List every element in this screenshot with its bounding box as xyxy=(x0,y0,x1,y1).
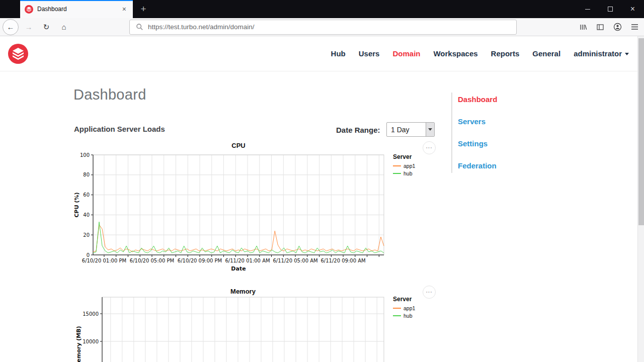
cpu-chart: 0204060801006/10/20 01:00 PM6/10/20 05:0… xyxy=(70,151,443,277)
back-button[interactable]: ← xyxy=(3,19,19,35)
date-range-value: 1 Day xyxy=(387,126,426,134)
maximize-icon xyxy=(608,7,613,12)
nav-item-general[interactable]: General xyxy=(532,49,560,58)
nav-item-workspaces[interactable]: Workspaces xyxy=(433,49,477,58)
search-icon xyxy=(135,23,144,32)
date-range-select[interactable]: 1 Day xyxy=(386,122,435,137)
svg-text:Date: Date xyxy=(231,265,246,272)
legend-title: Server xyxy=(393,153,415,160)
sidebar-item-settings[interactable]: Settings xyxy=(458,139,497,149)
library-icon[interactable] xyxy=(579,23,588,32)
browser-toolbar: ← → ↻ ⌂ xyxy=(0,18,644,36)
sidebar-item-dashboard[interactable]: Dashboard xyxy=(458,95,497,105)
nav-item-hub[interactable]: Hub xyxy=(331,49,346,58)
svg-text:6/11/20 09:00 AM: 6/11/20 09:00 AM xyxy=(320,258,365,263)
memory-chart-legend: Server app1 hub xyxy=(393,296,415,320)
svg-text:6/11/20 01:00 AM: 6/11/20 01:00 AM xyxy=(225,258,270,263)
app1-swatch xyxy=(393,165,401,166)
page-title: Dashboard xyxy=(73,86,146,103)
legend-label: app1 xyxy=(404,305,415,311)
scrollbar-thumb[interactable] xyxy=(638,38,644,225)
svg-text:6/11/20 05:00 AM: 6/11/20 05:00 AM xyxy=(273,258,317,263)
site-favicon-icon xyxy=(25,5,33,14)
legend-label: hub xyxy=(404,170,413,176)
svg-text:15000: 15000 xyxy=(83,311,99,317)
select-arrow-icon xyxy=(426,123,434,136)
legend-item-hub: hub xyxy=(393,170,415,176)
chevron-down-icon xyxy=(625,53,629,55)
sidebar-item-federation[interactable]: Federation xyxy=(458,161,497,171)
svg-text:100: 100 xyxy=(80,152,90,158)
svg-text:10000: 10000 xyxy=(83,339,99,344)
tab-close-icon[interactable]: × xyxy=(120,4,128,14)
hub-swatch xyxy=(393,173,401,174)
main-nav: Hub Users Domain Workspaces Reports Gene… xyxy=(331,49,629,58)
legend-label: hub xyxy=(404,313,413,319)
svg-text:6/10/20 05:00 PM: 6/10/20 05:00 PM xyxy=(130,258,174,263)
cpu-chart-menu-button[interactable]: ... xyxy=(423,141,436,154)
svg-text:CPU (%): CPU (%) xyxy=(73,193,80,218)
legend-title: Server xyxy=(393,296,415,303)
window-controls: × xyxy=(576,0,644,18)
window-close-button[interactable]: × xyxy=(621,0,644,18)
url-input[interactable] xyxy=(148,23,511,31)
memory-chart: 1000015000Memory (MB) xyxy=(70,294,443,362)
user-menu[interactable]: administrator xyxy=(574,49,629,58)
minimize-icon xyxy=(585,9,590,10)
account-icon[interactable] xyxy=(613,23,622,32)
side-nav: Dashboard Servers Settings Federation xyxy=(451,93,497,173)
nav-item-reports[interactable]: Reports xyxy=(491,49,520,58)
cpu-chart-title: CPU xyxy=(70,142,407,149)
svg-text:Memory (MB): Memory (MB) xyxy=(75,326,82,362)
legend-item-hub: hub xyxy=(393,313,415,319)
minimize-button[interactable] xyxy=(576,0,599,18)
reload-button[interactable]: ↻ xyxy=(39,20,54,35)
url-bar[interactable] xyxy=(129,20,517,35)
forward-button[interactable]: → xyxy=(21,20,36,35)
user-menu-label: administrator xyxy=(574,49,622,58)
home-button[interactable]: ⌂ xyxy=(56,20,71,35)
new-tab-button[interactable]: + xyxy=(136,2,150,16)
nav-item-users[interactable]: Users xyxy=(359,49,380,58)
date-range-label: Date Range: xyxy=(336,126,380,134)
turbo-logo-icon[interactable] xyxy=(8,44,28,64)
legend-item-app1: app1 xyxy=(393,305,415,311)
svg-text:6/10/20 01:00 PM: 6/10/20 01:00 PM xyxy=(82,258,126,263)
svg-text:0: 0 xyxy=(87,252,90,258)
svg-text:6/10/20 09:00 PM: 6/10/20 09:00 PM xyxy=(178,258,222,263)
nav-item-domain[interactable]: Domain xyxy=(392,49,420,58)
page-content: Hub Users Domain Workspaces Reports Gene… xyxy=(0,36,644,362)
cpu-chart-legend: Server app1 hub xyxy=(393,153,415,178)
legend-label: app1 xyxy=(404,163,415,169)
svg-text:40: 40 xyxy=(83,212,90,218)
memory-chart-menu-button[interactable]: ... xyxy=(423,286,436,299)
app1-swatch xyxy=(393,308,401,309)
svg-text:20: 20 xyxy=(83,232,90,238)
page-scrollbar[interactable] xyxy=(637,36,644,362)
svg-text:60: 60 xyxy=(83,192,90,198)
sidebar-toggle-icon[interactable] xyxy=(596,23,605,32)
sidebar-item-servers[interactable]: Servers xyxy=(458,117,497,127)
browser-window: Dashboard × + × ← → ↻ ⌂ xyxy=(0,0,644,362)
maximize-button[interactable] xyxy=(599,0,621,18)
window-titlebar: Dashboard × + × xyxy=(0,0,644,18)
menu-icon[interactable] xyxy=(630,23,639,32)
svg-text:80: 80 xyxy=(83,172,90,177)
legend-item-app1: app1 xyxy=(393,163,415,169)
section-heading: Application Server Loads xyxy=(74,125,165,133)
site-header: Hub Users Domain Workspaces Reports Gene… xyxy=(0,36,644,71)
browser-tab[interactable]: Dashboard × xyxy=(20,0,133,18)
tab-title: Dashboard xyxy=(37,6,120,13)
hub-swatch xyxy=(393,315,401,316)
